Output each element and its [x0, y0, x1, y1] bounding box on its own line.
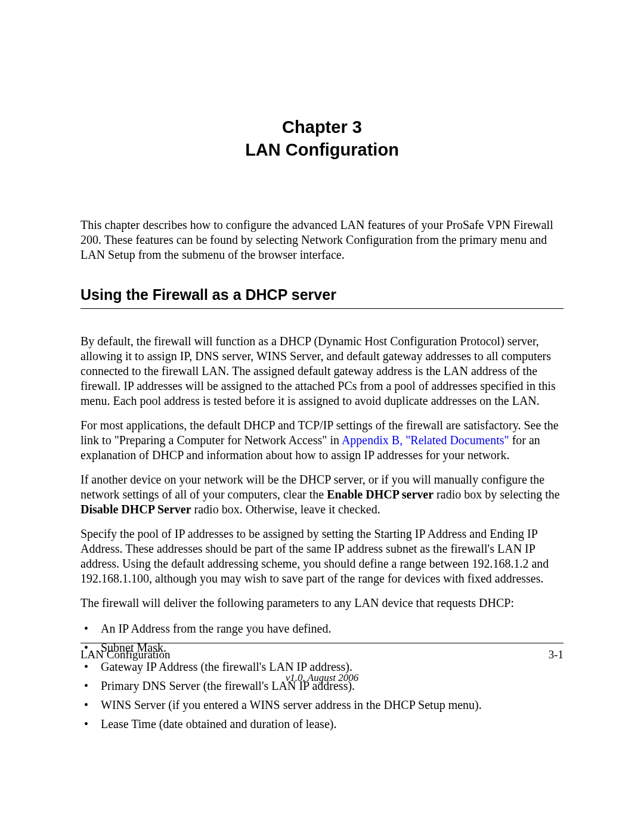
section-heading: Using the Firewall as a DHCP server	[80, 286, 564, 309]
body-paragraph-2: For most applications, the default DHCP …	[80, 418, 564, 463]
chapter-label: Chapter 3	[80, 116, 564, 139]
body-paragraph-3: If another device on your network will b…	[80, 472, 564, 517]
footer-left: LAN Configuration	[80, 648, 170, 661]
intro-paragraph: This chapter describes how to configure …	[80, 218, 564, 262]
para3-mid: radio box by selecting the	[434, 488, 560, 501]
enable-dhcp-bold: Enable DHCP server	[327, 488, 434, 501]
body-paragraph-5: The firewall will deliver the following …	[80, 596, 564, 611]
footer-page-number: 3-1	[549, 648, 564, 661]
list-item: WINS Server (if you entered a WINS serve…	[101, 696, 564, 713]
footer-rule	[80, 643, 564, 643]
page-footer: LAN Configuration 3-1 v1.0, August 2006	[80, 643, 564, 684]
footer-line: LAN Configuration 3-1	[80, 648, 564, 661]
para3-post: radio box. Otherwise, leave it checked.	[191, 503, 380, 516]
appendix-b-link[interactable]: Appendix B, "Related Documents"	[342, 433, 509, 447]
chapter-title: LAN Configuration	[80, 139, 564, 162]
list-item: Lease Time (date obtained and duration o…	[101, 716, 564, 732]
body-paragraph-1: By default, the firewall will function a…	[80, 334, 564, 408]
list-item: An IP Address from the range you have de…	[101, 620, 564, 637]
document-page: Chapter 3 LAN Configuration This chapter…	[0, 0, 644, 732]
disable-dhcp-bold: Disable DHCP Server	[80, 503, 191, 516]
chapter-heading: Chapter 3 LAN Configuration	[80, 116, 564, 161]
footer-version: v1.0, August 2006	[80, 672, 564, 684]
body-paragraph-4: Specify the pool of IP addresses to be a…	[80, 527, 564, 586]
